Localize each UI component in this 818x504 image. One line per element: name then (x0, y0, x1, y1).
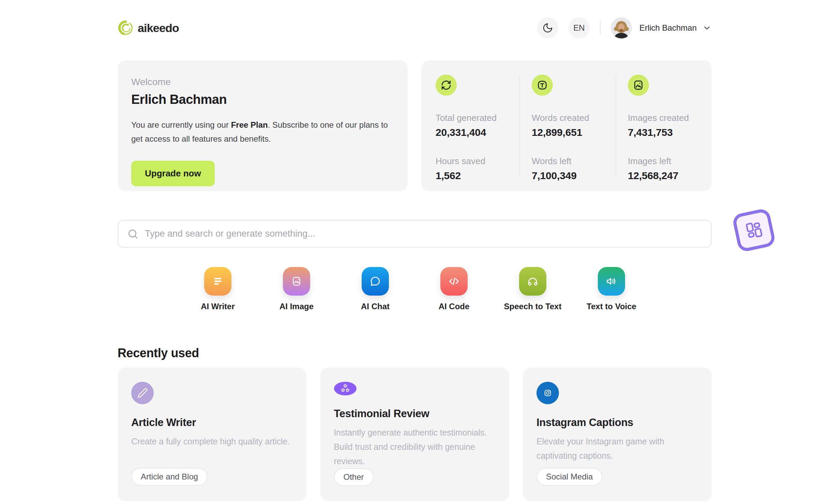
recent-card-description: Instantly generate authentic testimonial… (334, 425, 496, 468)
search-input[interactable] (118, 220, 712, 248)
tool-label: Text to Voice (587, 302, 636, 311)
category-badge: Social Media (536, 468, 602, 486)
brand-logo[interactable]: aikeedo (118, 20, 179, 36)
usage-stats-card: Total generated 20,331,404 Hours saved 1… (421, 60, 712, 191)
pencil-icon (131, 382, 154, 404)
tool-ai-image[interactable]: AI Image (257, 267, 336, 311)
language-label: EN (573, 23, 585, 33)
stat-label: Hours saved (436, 156, 519, 167)
stat-label: Total generated (436, 113, 519, 123)
recent-card-instagram-captions[interactable]: Instagram Captions Elevate your Instagra… (523, 367, 712, 501)
stars-icon (334, 382, 357, 395)
tool-label: Speech to Text (504, 302, 562, 311)
user-avatar[interactable] (611, 17, 632, 38)
plan-name: Free Plan (231, 120, 268, 129)
user-name: Erlich Bachman (639, 23, 697, 33)
recent-card-description: Elevate your Instagram game with captiva… (536, 434, 698, 463)
tool-speech-to-text[interactable]: Speech to Text (494, 267, 572, 311)
stat-value: 20,331,404 (436, 127, 519, 138)
tool-label: AI Chat (361, 302, 390, 311)
stat-value: 12,899,651 (532, 127, 616, 138)
moon-icon (542, 22, 553, 33)
category-badge: Other (334, 468, 374, 486)
welcome-user-name: Erlich Bachman (131, 92, 394, 107)
writer-lines-icon (204, 267, 231, 296)
theme-toggle-button[interactable] (537, 17, 558, 38)
stat-label: Words left (532, 156, 616, 167)
image-icon (628, 75, 649, 96)
upgrade-now-button[interactable]: Upgrade now (131, 161, 215, 186)
stat-value: 12,568,247 (628, 170, 712, 182)
dashboard-grid-icon (741, 218, 767, 243)
plan-description: You are currently using our Free Plan. S… (131, 118, 390, 146)
tools-row: AI Writer AI Image AI Chat (118, 267, 712, 311)
search-bar (118, 220, 712, 248)
dashboard-page: aikeedo EN (118, 0, 712, 501)
text-icon (532, 75, 553, 96)
header-divider (600, 21, 601, 35)
recent-card-article-writer[interactable]: Article Writer Create a fully complete h… (118, 367, 306, 501)
stat-value: 7,431,753 (628, 127, 712, 138)
code-icon (440, 267, 468, 296)
brand-name: aikeedo (138, 21, 179, 35)
apps-sticker[interactable] (732, 208, 776, 253)
stat-label: Images created (628, 113, 712, 123)
recent-card-description: Create a fully complete high quality art… (131, 434, 293, 448)
welcome-card: Welcome Erlich Bachman You are currently… (118, 60, 408, 191)
stat-value: 1,562 (436, 170, 519, 182)
instagram-icon (536, 382, 559, 404)
stat-label: Words created (532, 113, 616, 123)
tool-label: AI Code (439, 302, 470, 311)
header: aikeedo EN (118, 17, 712, 38)
refresh-icon (436, 75, 457, 96)
category-badge: Article and Blog (131, 468, 208, 486)
speaker-icon (598, 267, 625, 296)
headphones-icon (519, 267, 546, 296)
recent-card-title: Article Writer (131, 416, 293, 429)
chevron-down-icon[interactable] (702, 23, 712, 33)
tool-label: AI Writer (201, 302, 235, 311)
aikeedo-swirl-logo-icon (118, 20, 134, 36)
stat-column-generated: Total generated 20,331,404 Hours saved 1… (421, 75, 519, 177)
tool-text-to-voice[interactable]: Text to Voice (572, 267, 651, 311)
recent-card-title: Instagram Captions (536, 416, 698, 429)
image-icon (283, 267, 310, 296)
welcome-eyebrow: Welcome (131, 77, 394, 88)
language-button[interactable]: EN (569, 17, 590, 38)
recently-used-heading: Recently used (118, 346, 712, 360)
recent-card-title: Testimonial Review (334, 408, 496, 420)
top-cards-row: Welcome Erlich Bachman You are currently… (118, 60, 712, 191)
tool-ai-chat[interactable]: AI Chat (336, 267, 415, 311)
recent-card-testimonial-review[interactable]: Testimonial Review Instantly generate au… (320, 367, 509, 501)
stat-column-words: Words created 12,899,651 Words left 7,10… (519, 75, 616, 177)
stat-label: Images left (628, 156, 712, 167)
chat-bubble-icon (362, 267, 389, 296)
tool-ai-code[interactable]: AI Code (415, 267, 494, 311)
stat-value: 7,100,349 (532, 170, 616, 182)
tool-ai-writer[interactable]: AI Writer (179, 267, 257, 311)
header-actions: EN Erlich Bachman (537, 17, 712, 38)
stat-column-images: Images created 7,431,753 Images left 12,… (616, 75, 712, 177)
recently-used-row: Article Writer Create a fully complete h… (118, 367, 712, 501)
tool-label: AI Image (279, 302, 314, 311)
